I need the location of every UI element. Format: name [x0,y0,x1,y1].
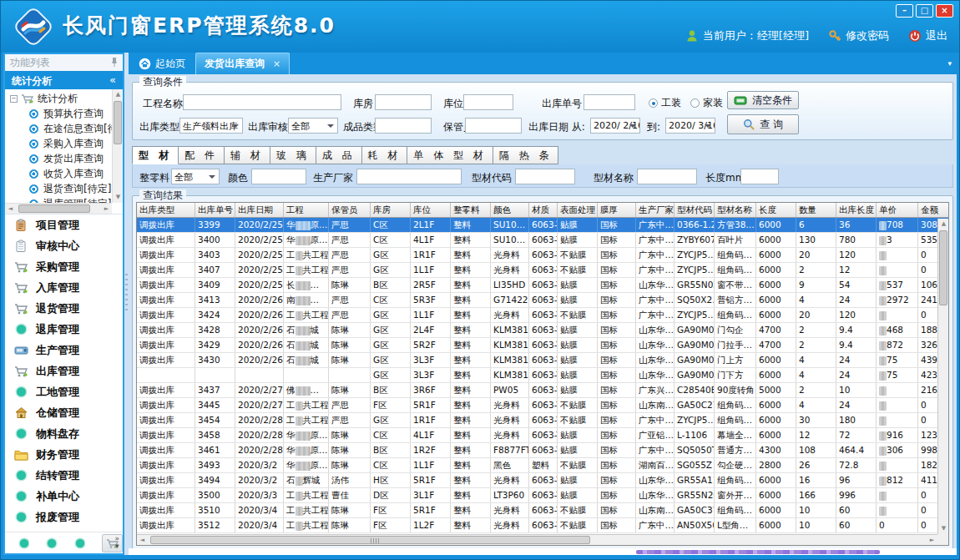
sidebar-item-4[interactable]: 退货管理 [5,298,123,319]
profile-name-input[interactable] [637,169,697,184]
sidebar-item-14[interactable]: 报废管理 [5,507,123,527]
minimize-button[interactable]: – [896,4,913,18]
table-row[interactable]: 调拨出库34002020/2/25华原…严思C区4L1F整料SU10…6063-… [137,233,949,248]
sidebar-item-13[interactable]: 补单中心 [5,486,123,507]
cart-button[interactable] [102,534,123,552]
tree-item[interactable]: 采购入库查询 [5,136,112,151]
scroll-right-icon[interactable]: ► [101,204,112,214]
column-header[interactable]: 型材名称 [715,203,756,217]
column-header[interactable]: 膜厚 [598,203,636,217]
column-header[interactable]: 表面处理 [558,203,598,217]
column-header[interactable]: 数量 [796,203,836,217]
sidebar-item-6[interactable]: 生产管理 [5,340,123,361]
clear-conditions-button[interactable]: 清空条件 [727,91,799,109]
location-input[interactable] [463,94,513,110]
out-audit-select[interactable]: 全部 [288,118,338,134]
column-header[interactable]: 型材代码 [675,203,715,217]
table-row[interactable]: 调拨出库34302020/2/26石城陈琳G区3L3F整料KLM38176063… [137,353,949,368]
table-row[interactable]: 调拨出库34932020/3/2华原…陈琳C区1L1F整料黑色塑料不贴膜国标湖南… [137,458,949,473]
table-row[interactable]: 调拨出库35122020/3/4工共工程陈琳F区1L2F整料光身料6063-T5… [137,518,949,533]
table-row[interactable]: 调拨出库34372020/2/27佛…陈琳B区3R6F整料PW056063-T5… [137,383,949,398]
material-tab-1[interactable]: 配 件 [179,146,225,164]
sidebar-item-5[interactable]: 退库管理 [5,319,123,340]
material-tab-4[interactable]: 成 品 [316,146,362,164]
radio-home-decor[interactable]: 家装 [690,96,723,110]
pin-icon[interactable] [110,57,119,68]
material-tab-3[interactable]: 玻 璃 [270,146,316,164]
tree-item[interactable]: 在途信息查询[待 [5,121,112,136]
table-vertical-scrollbar[interactable]: ▲ ▼ [937,219,948,534]
table-row[interactable]: 调拨出库34282020/2/26石城陈琳G区2L4F整料KLM38176063… [137,323,949,338]
tree-root[interactable]: − 统计分析 [5,91,112,106]
tree-item[interactable]: 退库管理[待定] [5,196,112,203]
sidebar-item-3[interactable]: 入库管理 [5,277,123,298]
tab-close-icon[interactable]: × [273,58,280,69]
table-row[interactable]: 调拨出库34032020/2/25工共工程严思G区1R1F整料光身料6063-T… [137,248,949,263]
column-header[interactable]: 工程 [284,203,329,217]
material-tab-6[interactable]: 单 体 型 材 [407,146,493,164]
tree-item[interactable]: 退货查询[待定] [5,181,112,196]
tab-active[interactable]: 发货出库查询 × [195,53,290,74]
table-row[interactable]: 调拨出库34942020/3/2石辉城汤伟H区5R1F整料光身料6063-T5贴… [137,473,949,488]
table-row[interactable]: 调拨出库34612020/2/28华原…陈琳B区1R2F整料F8877FT606… [137,443,949,458]
change-password-button[interactable]: 修改密码 [828,28,889,43]
search-button[interactable]: 查 询 [727,114,799,134]
column-header[interactable]: 出库日期 [235,203,284,217]
maximize-button[interactable]: □ [916,4,933,18]
whole-part-select[interactable]: 全部 [171,169,220,184]
collapse-icon[interactable]: « [109,73,116,86]
scroll-down-icon[interactable]: ▼ [938,523,949,534]
column-header[interactable]: 材质 [529,203,558,217]
profile-code-input[interactable] [515,169,575,184]
column-header[interactable]: 出库单号 [195,203,235,217]
column-header[interactable]: 生产厂家 [636,203,675,217]
table-row[interactable]: 调拨出库34242020/2/26工共工程严思G区1L1F整料光身料6063-T… [137,308,949,323]
scroll-left-icon[interactable]: ◄ [5,204,16,214]
column-header[interactable]: 长度 [756,203,796,217]
column-header[interactable]: 库位 [411,203,451,217]
material-tab-0[interactable]: 型 材 [132,146,179,164]
sidebar-item-2[interactable]: 采购管理 [5,256,123,277]
sidebar-item-0[interactable]: 项目管理 [5,214,123,235]
table-row[interactable]: 调拨出库34582020/2/28华原…陈琳C区4L1F整料光身料6063-T5… [137,428,949,443]
tab-home[interactable]: 起始页 [129,53,195,74]
table-row[interactable]: 调拨出库34292020/2/26石城陈琳G区5R2F整料KLM38176063… [137,338,949,353]
logout-button[interactable]: 退出 [908,28,947,43]
dot-icon[interactable] [18,537,29,549]
product-type-input[interactable] [375,118,432,134]
date-to-select[interactable]: 2020/ 3/16 [665,118,715,134]
column-header[interactable]: 出库类型 [137,203,195,217]
table-row[interactable]: G区3L3F整料KLM38176063-T5贴膜国标山东华…GA90M09…门下… [137,368,949,383]
out-type-select[interactable]: 生产领料出库 [179,118,243,134]
sidebar-item-9[interactable]: 仓储管理 [5,402,123,423]
tree-item[interactable]: 预算执行查询 [5,106,112,121]
material-tab-5[interactable]: 耗 材 [362,146,408,164]
sidebar-item-8[interactable]: 工地管理 [5,381,123,402]
table-row[interactable]: 调拨出库34072020/2/25工共工程严思G区1L1F整料光身料6063-T… [137,263,949,278]
tree-vertical-scrollbar[interactable]: ▲ ▼ [112,89,123,203]
column-header[interactable]: 金额 [918,203,949,217]
column-header[interactable]: 整零料 [451,203,491,217]
column-header[interactable]: 出库长度 [836,203,877,217]
scroll-up-icon[interactable]: ▲ [113,89,123,100]
keeper-input[interactable] [465,118,522,134]
scroll-down-icon[interactable]: ▼ [113,192,123,203]
column-header[interactable]: 库房 [371,203,411,217]
color-input[interactable] [251,169,306,184]
sidebar-item-1[interactable]: 审核中心 [5,235,123,256]
sidebar-item-12[interactable]: 结转管理 [5,465,123,486]
overflow-button[interactable]: »▾ [114,535,119,550]
dot-icon[interactable] [74,537,85,549]
table-row[interactable]: 调拨出库34542020/2/28工共工程严思G区1R1F整料光身料6063-T… [137,413,949,428]
tree-item[interactable]: 收货入库查询 [5,166,112,181]
column-header[interactable]: 颜色 [491,203,529,217]
sidebar-item-11[interactable]: 财务管理 [5,444,123,465]
length-input[interactable] [740,169,779,184]
material-tab-7[interactable]: 隔 热 条 [493,146,559,164]
close-button[interactable]: × [936,4,953,18]
table-row[interactable]: 调拨出库34452020/2/27工共工程严思F区5R1F整料光身料6063-T… [137,398,949,413]
sidebar-item-10[interactable]: 物料盘存 [5,423,123,444]
table-row[interactable]: 调拨出库33992020/2/25华原…严思C区2L1F整料SU10…6063-… [137,218,949,233]
table-row[interactable]: 调拨出库34092020/2/25长…陈琳B区2R5F整料LI35HD6063-… [137,278,949,293]
tabbar-overflow-icon[interactable]: ▾ [947,59,952,68]
